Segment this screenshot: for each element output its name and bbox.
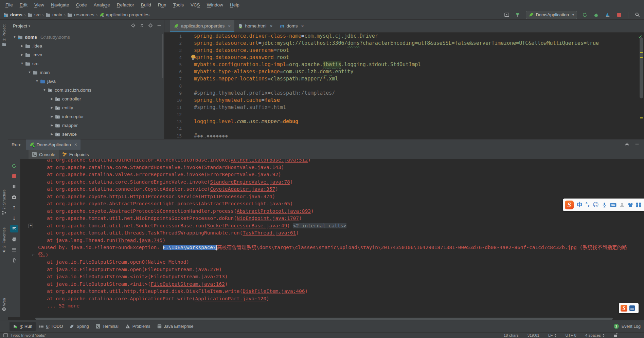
tree-item-doms[interactable]: ▼domsG:\study\doms [8, 33, 164, 41]
menu-item-analyze[interactable]: Analyze [90, 2, 113, 7]
stop-icon-button[interactable] [10, 172, 18, 180]
menu-item-build[interactable]: Build [138, 2, 155, 7]
event-log-widget[interactable]: 1Event Log [614, 324, 641, 329]
close-icon[interactable]: × [228, 23, 231, 29]
stripe-button-1-project[interactable]: 1: Project [0, 24, 8, 46]
stack-trace-link[interactable]: CoyoteAdapter.java:357 [210, 186, 275, 192]
pause-icon-button[interactable] [10, 183, 18, 190]
tree-item-main[interactable]: ▼main [8, 68, 164, 77]
tree-item-mapper[interactable]: ▶mapper [8, 121, 164, 130]
stack-trace-link[interactable]: FileOutputStream.java:213 [151, 274, 225, 279]
gear-icon-button[interactable] [625, 142, 629, 148]
camera-icon-button[interactable] [10, 193, 18, 201]
menu-item-vcs[interactable]: VCS [187, 2, 203, 7]
rerun-icon-button[interactable] [580, 11, 589, 19]
project-panel-title[interactable]: Project [13, 23, 27, 29]
status-widget-utf-8[interactable]: UTF-8 [565, 333, 576, 337]
status-widget-lf[interactable]: LF [548, 333, 556, 337]
sogou-ime-mini[interactable]: S [619, 303, 639, 313]
console-output[interactable]: at org.apache.catalina.authenticator.Aut… [20, 159, 644, 317]
menu-item-navigate[interactable]: Navigate [48, 2, 72, 7]
collapse-all-icon-button[interactable] [140, 23, 144, 29]
editor-tab-application-properties[interactable]: application.properties× [170, 20, 234, 32]
print-icon-button[interactable] [10, 236, 18, 243]
stack-trace-link[interactable]: StandardHostValve.java:143 [204, 165, 281, 170]
status-widget-4-spaces[interactable]: 4 spaces [585, 333, 605, 337]
lock-toggle[interactable] [613, 333, 618, 338]
menu-item-view[interactable]: View [31, 2, 48, 7]
intention-bulb-icon[interactable] [191, 55, 195, 59]
stack-trace-link[interactable]: Thread.java:745 [118, 238, 163, 243]
menu-item-window[interactable]: Window [203, 2, 227, 7]
settings-icon-button[interactable] [148, 23, 153, 29]
chevron-collapsed-icon[interactable]: ▶ [49, 132, 55, 136]
up-icon-button[interactable]: ↑ [10, 204, 18, 211]
view-tab-endpoints[interactable]: Endpoints [59, 150, 92, 159]
close-icon[interactable]: × [74, 142, 77, 147]
breadcrumb-item-application-properties[interactable]: application.properties [100, 12, 149, 17]
mic-icon-button[interactable] [602, 202, 607, 208]
chevron-collapsed-icon[interactable]: ▶ [49, 124, 55, 127]
stack-trace-link[interactable]: FileOutputStream.java:162 [151, 281, 225, 287]
tree-item-com-usc-lzh-doms[interactable]: ▼com.usc.lzh.doms [8, 86, 164, 94]
console-hscrollbar-thumb[interactable] [35, 318, 613, 320]
locate-icon-button[interactable] [131, 23, 136, 29]
chevron-collapsed-icon[interactable]: ▶ [19, 53, 25, 56]
menu-item-tools[interactable]: Tools [170, 2, 187, 7]
toolwindow-button-spring[interactable]: Spring [66, 322, 92, 331]
stripe-button-web[interactable]: Web [0, 298, 8, 311]
stack-trace-link[interactable]: TaskThread.java:61 [243, 230, 296, 236]
close-icon[interactable]: × [270, 23, 273, 29]
chevron-collapsed-icon[interactable]: ▶ [49, 97, 55, 100]
build-hammer-icon-button[interactable] [514, 11, 522, 19]
punctuation-icon-button[interactable]: °, [585, 202, 590, 207]
breadcrumb-item-src[interactable]: src [28, 12, 40, 17]
tree-item-entity[interactable]: ▶entity [8, 103, 164, 112]
stack-trace-link[interactable]: DiskFileItem.java:406 [243, 288, 305, 294]
stack-trace-link[interactable]: AbstractProtocol.java:893 [237, 208, 311, 214]
breadcrumb-item-resources[interactable]: resources [67, 12, 94, 17]
stack-trace-link[interactable]: Http11Processor.java:374 [201, 194, 272, 199]
fold-marker[interactable]: + [29, 224, 33, 228]
down-icon-button[interactable]: ↓ [10, 214, 18, 222]
ime-menu-icon[interactable] [629, 305, 635, 311]
chevron-expanded-icon[interactable]: ▼ [34, 79, 40, 83]
skin-icon-button[interactable] [628, 203, 633, 207]
toolwindow-button-terminal[interactable]: Terminal [92, 322, 122, 331]
hide-icon-button[interactable] [157, 23, 161, 29]
stack-trace-link[interactable]: StandardEngineValve.java:78 [210, 179, 290, 185]
menu-item-refactor[interactable]: Refactor [113, 2, 138, 7]
chevron-expanded-icon[interactable]: ▼ [12, 35, 18, 39]
keyboard-icon-button[interactable] [610, 203, 616, 207]
chevron-collapsed-icon[interactable]: ▶ [49, 106, 55, 109]
tree-item--idea[interactable]: ▶.idea [8, 41, 164, 50]
breadcrumb-item-doms[interactable]: doms [3, 12, 22, 17]
run-configuration-combo[interactable]: DomsApplication▾ [526, 11, 577, 19]
toolwindow-button-4-run[interactable]: 4: Run [10, 322, 36, 331]
account-icon-button[interactable] [620, 202, 625, 207]
stack-trace-link[interactable]: ErrorReportValve.java:92 [207, 172, 278, 177]
stripe-button-2-favorites[interactable]: 2: Favorites★ [0, 227, 8, 253]
stack-trace-link[interactable]: AuthenticatorBase.java:512 [231, 159, 308, 163]
chevron-expanded-icon[interactable]: ▼ [19, 62, 25, 65]
breadcrumb-item-main[interactable]: main [46, 12, 62, 17]
stack-trace-link[interactable]: ApplicationPart.java:120 [195, 296, 267, 301]
stripe-button-7-structure[interactable]: 7: Structure [0, 189, 8, 215]
stack-trace-link[interactable]: AbstractProcessorLight.java:65 [201, 201, 290, 206]
console-hscrollbar[interactable] [8, 317, 644, 320]
tree-item-interceptor[interactable]: ▶interceptor [8, 112, 164, 121]
stack-trace-link[interactable]: SocketProcessorBase.java:49 [207, 223, 287, 228]
project-tree[interactable]: ▼domsG:\study\doms▶.idea▶.mvn▼src▼main▼j… [8, 32, 164, 139]
debug-icon-button[interactable] [592, 11, 600, 19]
status-widget-18-chars[interactable]: 18 chars [504, 333, 519, 337]
tree-item--mvn[interactable]: ▶.mvn [8, 50, 164, 59]
stack-trace-link[interactable]: NioEndpoint.java:1707 [237, 215, 299, 221]
toolwindow-button-java-enterprise[interactable]: Java Enterprise [154, 322, 197, 331]
chevron-down-icon[interactable]: ▾ [29, 24, 30, 28]
tree-item-java[interactable]: ▼java [8, 77, 164, 86]
chinese-mode-icon-button[interactable]: 中 [577, 202, 582, 208]
chevron-expanded-icon[interactable]: ▼ [26, 71, 33, 74]
editor-content[interactable]: 1spring.datasource.driver-class-name=com… [164, 33, 644, 139]
menu-item-run[interactable]: Run [155, 2, 170, 7]
menu-item-file[interactable]: File [2, 2, 16, 7]
